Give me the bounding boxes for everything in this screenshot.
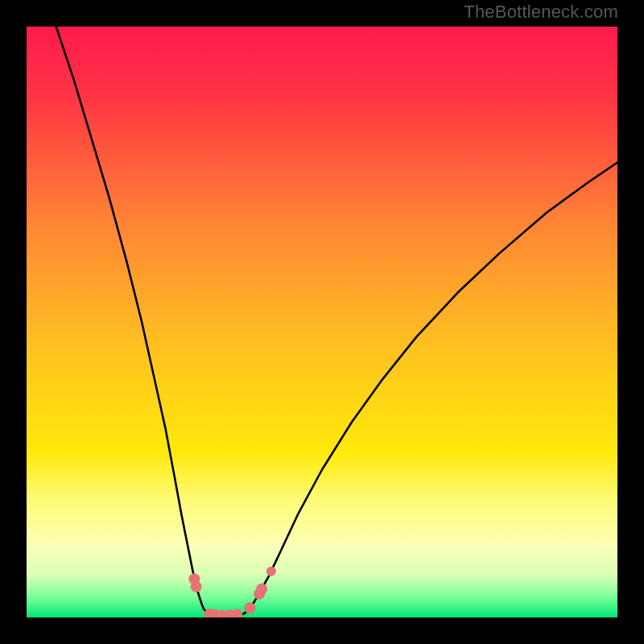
data-marker bbox=[191, 581, 202, 592]
plot-area bbox=[27, 27, 617, 617]
bottleneck-curve bbox=[56, 27, 617, 617]
chart-frame: TheBottleneck.com bbox=[0, 0, 644, 644]
data-marker bbox=[244, 602, 255, 613]
watermark-text: TheBottleneck.com bbox=[464, 2, 618, 23]
data-markers bbox=[188, 567, 275, 617]
data-marker bbox=[266, 567, 276, 576]
data-marker bbox=[231, 609, 242, 617]
data-marker bbox=[256, 584, 267, 595]
curve-lines bbox=[56, 27, 617, 617]
curve-layer bbox=[27, 27, 617, 617]
